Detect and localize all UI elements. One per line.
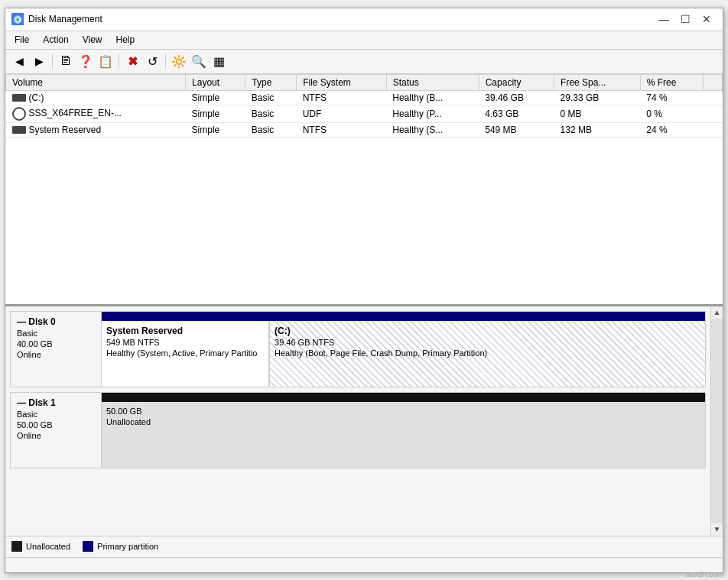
cell-volume-0: (C:) — [6, 90, 186, 105]
cell-0-row-0: Simple — [186, 90, 245, 105]
col-type: Type — [245, 74, 297, 90]
disk-1-size: 50.00 GB — [17, 420, 95, 429]
menu-view[interactable]: View — [76, 33, 109, 47]
disk-0-partitions: System Reserved 549 MB NTFS Healthy (Sys… — [102, 311, 706, 387]
legend-primary: Primary partition — [83, 541, 158, 552]
scroll-track[interactable] — [711, 319, 723, 523]
col-percentfree: % Free — [640, 74, 703, 90]
forward-button[interactable]: ▶ — [30, 52, 48, 70]
app-icon: 💿 — [11, 13, 24, 25]
disk-0-system-reserved[interactable]: System Reserved 549 MB NTFS Healthy (Sys… — [102, 321, 270, 387]
main-window: 💿 Disk Management — ☐ ✕ File Action View… — [5, 8, 723, 573]
back-button[interactable]: ◀ — [10, 52, 28, 70]
legend-swatch-primary — [83, 541, 93, 552]
disk-0-status: Online — [17, 350, 95, 359]
title-bar: 💿 Disk Management — ☐ ✕ — [5, 8, 723, 31]
disk-0-size: 40.00 GB — [17, 339, 95, 348]
partition-1-1-size: 50.00 GB — [106, 407, 700, 416]
cell-volume-1: SSS_X64FREE_EN-... — [6, 105, 186, 122]
legend-label-unallocated: Unallocated — [26, 542, 70, 551]
help-button[interactable]: ❓ — [76, 52, 95, 70]
col-capacity: Capacity — [479, 74, 554, 90]
cell-volume-2: System Reserved — [6, 122, 186, 137]
disk-area-scrollbar[interactable]: ▲ ▼ — [710, 306, 723, 536]
cell-5-row-1: 0 MB — [554, 105, 641, 122]
legend-bar: Unallocated Primary partition — [5, 536, 723, 557]
col-layout: Layout — [186, 74, 245, 90]
col-status: Status — [386, 74, 479, 90]
disk-1-status: Online — [17, 431, 95, 440]
disk-0-header-bar — [102, 312, 705, 321]
new-volume-button[interactable]: 🔆 — [170, 52, 188, 70]
minimize-button[interactable]: — — [654, 11, 674, 27]
legend-unallocated: Unallocated — [11, 541, 70, 552]
partition-0-1-status: Healthy (System, Active, Primary Partiti… — [106, 348, 264, 358]
close-button[interactable]: ✕ — [697, 11, 717, 27]
cell-2-row-2: NTFS — [297, 122, 387, 137]
legend-label-primary: Primary partition — [97, 542, 158, 551]
partition-0-1-name: System Reserved — [106, 326, 264, 336]
disk-1-label: — Disk 1 Basic 50.00 GB Online — [10, 392, 102, 468]
cell-5-row-0: 29.33 GB — [554, 90, 641, 105]
properties-button[interactable]: 🖹 — [57, 52, 75, 70]
partition-0-2-status: Healthy (Boot, Page File, Crash Dump, Pr… — [275, 348, 700, 358]
disk-1-header-bar — [102, 393, 705, 402]
table-row[interactable]: System ReservedSimpleBasicNTFSHealthy (S… — [6, 122, 723, 137]
cell-3-row-1: Healthy (P... — [386, 105, 479, 122]
maximize-button[interactable]: ☐ — [675, 11, 695, 27]
cell-extra-0 — [703, 90, 722, 105]
cell-3-row-2: Healthy (S... — [386, 122, 479, 137]
title-left: 💿 Disk Management — [11, 13, 102, 25]
toolbar-separator-1 — [52, 53, 53, 69]
search-button[interactable]: 🔍 — [190, 52, 208, 70]
disk-1-unallocated[interactable]: 50.00 GB Unallocated — [102, 402, 705, 468]
cell-5-row-2: 132 MB — [554, 122, 641, 137]
toolbar-separator-3 — [165, 53, 166, 69]
menu-bar: File Action View Help — [5, 31, 723, 50]
menu-help[interactable]: Help — [110, 33, 141, 47]
col-extra — [703, 74, 722, 90]
disk-row-0: — Disk 0 Basic 40.00 GB Online System Re… — [10, 311, 706, 387]
disk-row-1: — Disk 1 Basic 50.00 GB Online 50.00 GB … — [10, 392, 706, 468]
partition-1-1-label: Unallocated — [106, 417, 700, 426]
disk-1-type: Basic — [17, 410, 95, 419]
cell-6-row-2: 24 % — [640, 122, 703, 137]
toolbar: ◀ ▶ 🖹 ❓ 📋 ✖ ↺ 🔆 🔍 ▦ — [5, 50, 723, 74]
cell-0-row-1: Simple — [186, 105, 245, 122]
cell-4-row-0: 39.46 GB — [479, 90, 554, 105]
cell-6-row-1: 0 % — [640, 105, 703, 122]
cell-0-row-2: Simple — [186, 122, 245, 137]
legend-swatch-unallocated — [11, 541, 22, 552]
export-button[interactable]: ▦ — [210, 52, 228, 70]
disk-1-partitions: 50.00 GB Unallocated — [102, 392, 706, 468]
col-freespace: Free Spa... — [554, 74, 641, 90]
refresh-button[interactable]: ↺ — [143, 52, 161, 70]
partition-0-2-name: (C:) — [275, 326, 700, 336]
volume-table-area[interactable]: Volume Layout Type File System Status Ca… — [5, 74, 723, 306]
disk-1-parts-row: 50.00 GB Unallocated — [102, 402, 705, 468]
cell-2-row-1: UDF — [297, 105, 387, 122]
cell-extra-2 — [703, 122, 722, 137]
cell-4-row-1: 4.63 GB — [479, 105, 554, 122]
disk-0-parts-row: System Reserved 549 MB NTFS Healthy (Sys… — [102, 321, 705, 387]
menu-action[interactable]: Action — [37, 33, 74, 47]
cell-1-row-1: Basic — [245, 105, 297, 122]
table-row[interactable]: SSS_X64FREE_EN-...SimpleBasicUDFHealthy … — [6, 105, 723, 122]
disk-scroll-content[interactable]: — Disk 0 Basic 40.00 GB Online System Re… — [5, 306, 710, 536]
status-bar — [5, 557, 723, 572]
disk-0-c-drive[interactable]: (C:) 39.46 GB NTFS Healthy (Boot, Page F… — [270, 321, 705, 387]
partition-0-2-size: 39.46 GB NTFS — [275, 338, 700, 347]
menu-file[interactable]: File — [8, 33, 35, 47]
table-row[interactable]: (C:)SimpleBasicNTFSHealthy (B...39.46 GB… — [6, 90, 723, 105]
window-title: Disk Management — [28, 14, 102, 24]
cell-3-row-0: Healthy (B... — [386, 90, 479, 105]
disk-0-label: — Disk 0 Basic 40.00 GB Online — [10, 311, 102, 387]
delete-button[interactable]: ✖ — [123, 52, 141, 70]
cell-extra-1 — [703, 105, 722, 122]
watermark: wsxdn.com — [685, 570, 723, 578]
toolbar-separator-2 — [119, 53, 119, 69]
details-button[interactable]: 📋 — [96, 52, 115, 70]
table-header-row: Volume Layout Type File System Status Ca… — [6, 74, 723, 90]
scroll-down-arrow[interactable]: ▼ — [711, 523, 723, 536]
scroll-up-arrow[interactable]: ▲ — [711, 306, 723, 319]
